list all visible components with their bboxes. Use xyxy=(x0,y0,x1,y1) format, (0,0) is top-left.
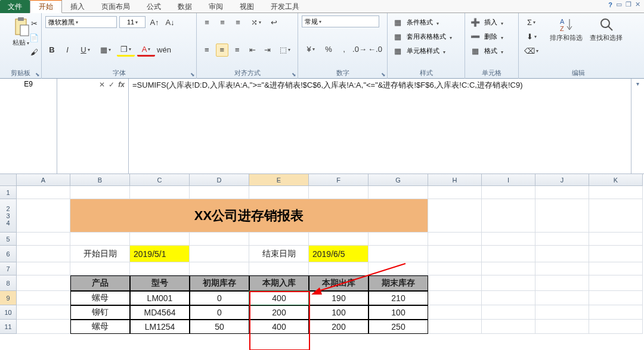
percent-button[interactable]: % xyxy=(322,43,335,56)
cell[interactable] xyxy=(482,199,535,233)
cell[interactable] xyxy=(589,305,643,320)
cell[interactable] xyxy=(428,291,482,305)
cell[interactable] xyxy=(369,233,428,246)
cell[interactable] xyxy=(309,233,369,246)
cell[interactable] xyxy=(130,262,190,275)
cell[interactable] xyxy=(589,262,643,275)
cell-style-button[interactable]: ▦单元格样式 xyxy=(391,44,461,57)
cell[interactable] xyxy=(428,246,482,262)
rowhdr-8[interactable]: 8 xyxy=(0,275,17,291)
number-format-select[interactable]: 常规 xyxy=(302,16,379,27)
rowhdr-7[interactable]: 7 xyxy=(0,262,17,275)
insert-cells-button[interactable]: ➕插入 xyxy=(469,16,515,29)
cell[interactable] xyxy=(17,246,70,262)
table-header[interactable]: 初期库存 xyxy=(190,275,249,291)
colhdr-B[interactable]: B xyxy=(70,174,130,186)
report-title[interactable]: XX公司进存销报表 xyxy=(70,199,428,233)
table-header[interactable]: 产品 xyxy=(70,275,130,291)
cell[interactable] xyxy=(535,291,589,305)
help-icon[interactable]: ? xyxy=(608,1,612,8)
tab-layout[interactable]: 页面布局 xyxy=(93,0,138,13)
start-date-label[interactable]: 开始日期 xyxy=(70,246,130,262)
cell[interactable] xyxy=(130,186,190,199)
cell[interactable] xyxy=(369,246,428,262)
table-cell[interactable]: 铆钉 xyxy=(70,305,130,320)
tab-file[interactable]: 文件 xyxy=(0,0,30,13)
cell[interactable] xyxy=(249,186,309,199)
number-launcher[interactable]: ⬊ xyxy=(381,72,386,78)
align-top-button[interactable]: ≡ xyxy=(200,16,213,29)
tab-home[interactable]: 开始 xyxy=(30,0,62,13)
font-launcher[interactable]: ⬊ xyxy=(190,72,195,78)
font-name-select[interactable]: 微软雅黑 xyxy=(45,16,117,28)
rowhdr-1[interactable]: 1 xyxy=(0,186,17,199)
table-header[interactable]: 期末库存 xyxy=(369,275,428,291)
rowhdr-9[interactable]: 9 xyxy=(0,291,17,305)
italic-button[interactable]: I xyxy=(61,44,74,57)
orientation-button[interactable]: ⤭ xyxy=(247,16,265,29)
table-cell[interactable]: 400 xyxy=(249,320,309,334)
cell[interactable] xyxy=(535,320,589,334)
cell[interactable] xyxy=(70,186,130,199)
cell[interactable] xyxy=(535,305,589,320)
underline-button[interactable]: U xyxy=(76,44,94,57)
clipboard-launcher[interactable]: ⬊ xyxy=(35,72,40,78)
wrap-text-button[interactable]: ↩ xyxy=(267,16,280,29)
tab-formulas[interactable]: 公式 xyxy=(138,0,169,13)
decrease-indent-button[interactable]: ⇤ xyxy=(246,44,259,57)
font-size-select[interactable]: 11 xyxy=(119,16,145,28)
colhdr-I[interactable]: I xyxy=(482,174,535,186)
cell[interactable] xyxy=(17,262,70,275)
colhdr-J[interactable]: J xyxy=(535,174,589,186)
colhdr-H[interactable]: H xyxy=(428,174,482,186)
table-format-button[interactable]: ▦套用表格格式 xyxy=(391,30,461,43)
cell[interactable] xyxy=(17,199,70,233)
rowhdr-5[interactable]: 5 xyxy=(0,233,17,246)
cell[interactable] xyxy=(190,186,249,199)
active-cell-E9[interactable]: 400 xyxy=(249,291,309,305)
copy-button[interactable]: 📄 xyxy=(27,31,41,44)
end-date-value[interactable]: 2019/6/5 xyxy=(309,246,369,262)
cell[interactable] xyxy=(130,233,190,246)
autosum-button[interactable]: Σ xyxy=(522,16,540,29)
cell[interactable] xyxy=(70,233,130,246)
colhdr-A[interactable]: A xyxy=(17,174,70,186)
cell[interactable] xyxy=(17,186,70,199)
cell[interactable] xyxy=(482,246,535,262)
colhdr-F[interactable]: F xyxy=(309,174,369,186)
tab-insert[interactable]: 插入 xyxy=(62,0,93,13)
rowhdr-6[interactable]: 6 xyxy=(0,246,17,262)
table-cell[interactable]: MD4564 xyxy=(130,305,190,320)
cell[interactable] xyxy=(535,186,589,199)
align-left-button[interactable]: ≡ xyxy=(200,44,213,57)
table-cell[interactable]: 50 xyxy=(190,320,249,334)
clear-button[interactable]: ⌫ xyxy=(522,44,540,57)
tab-review[interactable]: 审阅 xyxy=(200,0,231,13)
cell[interactable] xyxy=(589,199,643,233)
table-cell[interactable]: 螺母 xyxy=(70,291,130,305)
cell[interactable] xyxy=(17,233,70,246)
cell[interactable] xyxy=(190,246,249,262)
table-cell[interactable]: 200 xyxy=(309,320,369,334)
font-color-button[interactable]: A xyxy=(137,44,155,57)
name-box[interactable] xyxy=(0,79,57,174)
cell[interactable] xyxy=(428,275,482,291)
cell[interactable] xyxy=(190,233,249,246)
sort-filter-button[interactable]: AZ 排序和筛选 xyxy=(547,16,585,44)
select-all-corner[interactable] xyxy=(0,174,17,186)
cell[interactable] xyxy=(482,320,535,334)
cell[interactable] xyxy=(589,320,643,334)
cell[interactable] xyxy=(17,291,70,305)
end-date-label[interactable]: 结束日期 xyxy=(249,246,309,262)
close-icon[interactable]: ✕ xyxy=(635,1,640,8)
table-cell[interactable]: 100 xyxy=(369,305,428,320)
window-restore-icon[interactable]: ❐ xyxy=(626,1,631,8)
find-select-button[interactable]: 查找和选择 xyxy=(587,16,625,44)
tab-data[interactable]: 数据 xyxy=(169,0,200,13)
start-date-value[interactable]: 2019/5/1 xyxy=(130,246,190,262)
cut-button[interactable]: ✂ xyxy=(27,17,41,30)
cell[interactable] xyxy=(428,305,482,320)
align-right-button[interactable]: ≡ xyxy=(231,44,244,57)
cell[interactable] xyxy=(17,275,70,291)
fill-color-button[interactable]: ❒ xyxy=(117,44,135,57)
